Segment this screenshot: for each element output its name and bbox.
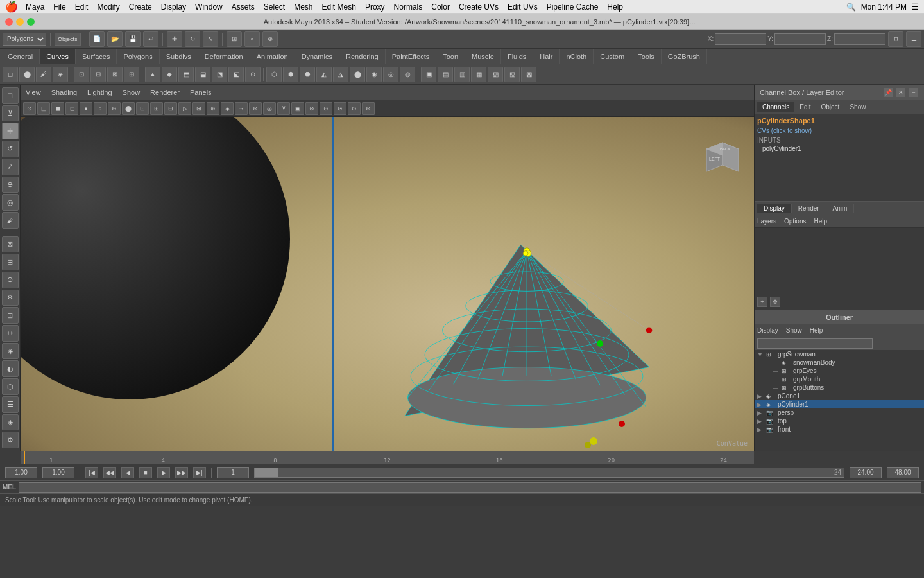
scale-tool-left-btn[interactable]: ⤢ <box>2 159 19 175</box>
menu-extra-icon[interactable]: ☰ <box>912 3 919 12</box>
outliner-btn[interactable]: ◈ <box>2 414 19 431</box>
go-start-btn[interactable]: |◀ <box>85 467 98 478</box>
mirror-btn[interactable]: ⇿ <box>2 325 19 342</box>
vp-icon-m[interactable]: ⊠ <box>193 102 205 115</box>
icon-u[interactable]: ▦ <box>471 67 486 82</box>
move-tool-left-btn[interactable]: ✛ <box>2 123 19 139</box>
snap-point-btn[interactable]: ⊕ <box>262 31 278 47</box>
cb-tab-channels[interactable]: Channels <box>757 102 794 112</box>
icon-a[interactable]: ⊡ <box>74 67 89 82</box>
cb-cvs-link[interactable]: CVs (click to show) <box>757 127 921 134</box>
tab-deformation[interactable]: Deformation <box>198 49 250 64</box>
cb-tab-edit[interactable]: Edit <box>794 102 816 112</box>
tab-painteffects[interactable]: PaintEffects <box>386 49 437 64</box>
translate-y-field[interactable] <box>774 33 826 45</box>
tab-general[interactable]: General <box>1 49 40 64</box>
layers-tab[interactable]: Layers <box>757 218 776 225</box>
icon-g[interactable]: ⬕ <box>228 67 244 82</box>
icon-e[interactable]: ⬓ <box>195 67 210 82</box>
vp-icon-c[interactable]: ◼ <box>51 102 64 115</box>
tree-item-top[interactable]: ▶ 📷 top <box>755 417 924 425</box>
tab-hair[interactable]: Hair <box>533 49 560 64</box>
normals-menu[interactable]: Normals <box>394 3 423 12</box>
vp-icon-w[interactable]: ⊘ <box>334 102 346 115</box>
tab-fluids[interactable]: Fluids <box>501 49 533 64</box>
play-fwd-btn[interactable]: ▶ <box>157 467 170 478</box>
snap-grid-btn[interactable]: ⊞ <box>227 31 242 47</box>
cb-minimize-btn[interactable]: − <box>909 87 919 98</box>
translate-z-field[interactable] <box>834 33 886 45</box>
vp-icon-j[interactable]: ⊞ <box>150 102 163 115</box>
value2-field[interactable]: 1.00 <box>42 467 74 478</box>
soft-select-btn[interactable]: ◎ <box>2 194 19 211</box>
center-btn[interactable]: ⊡ <box>2 307 19 324</box>
vp-icon-y[interactable]: ⊜ <box>362 102 375 115</box>
outliner-search-input[interactable] <box>757 338 873 349</box>
timeline-slider[interactable]: 24 <box>254 468 844 478</box>
extras-btn[interactable]: ⚙ <box>2 432 19 448</box>
cage-btn[interactable]: ⬡ <box>2 378 19 395</box>
play-back-btn[interactable]: ◀ <box>121 467 134 478</box>
minimize-button[interactable] <box>16 18 24 26</box>
icon-r[interactable]: ▣ <box>421 67 436 82</box>
objects-btn[interactable]: Objects <box>55 33 81 46</box>
tab-gozbrush[interactable]: GoZBrush <box>662 49 707 64</box>
new-scene-btn[interactable]: 📄 <box>89 31 105 47</box>
icon-v[interactable]: ▧ <box>488 67 503 82</box>
lasso-select-btn[interactable]: ⊻ <box>2 105 19 122</box>
icon-l[interactable]: ◭ <box>316 67 332 82</box>
end-frame-field[interactable]: 24.00 <box>850 467 882 478</box>
expand-grpSnowman-icon[interactable]: ▼ <box>757 351 764 358</box>
mesh-menu[interactable]: Mesh <box>294 3 312 12</box>
cb-pin-btn[interactable]: 📌 <box>883 87 893 98</box>
save-btn[interactable]: 💾 <box>125 31 141 47</box>
tab-animation[interactable]: Animation <box>250 49 295 64</box>
vp-icon-h[interactable]: ⬤ <box>122 102 135 115</box>
color-menu[interactable]: Color <box>431 3 450 12</box>
tree-item-grpEyes[interactable]: — ⊞ grpEyes <box>755 367 924 375</box>
search-icon[interactable]: 🔍 <box>846 3 856 12</box>
universal-tool-btn[interactable]: ⊕ <box>2 177 19 193</box>
cb-close-btn[interactable]: ✕ <box>896 87 906 98</box>
proxy-menu[interactable]: Proxy <box>365 3 385 12</box>
pivot-btn[interactable]: ⊙ <box>2 272 19 288</box>
icon-k[interactable]: ⬣ <box>300 67 315 82</box>
tab-custom[interactable]: Custom <box>594 49 631 64</box>
tree-item-grpSnowman[interactable]: ▼ ⊞ grpSnowman <box>755 350 924 358</box>
current-frame-field[interactable]: 1 <box>217 467 249 478</box>
cb-tab-show[interactable]: Show <box>844 102 871 112</box>
icon-m[interactable]: ◮ <box>333 67 348 82</box>
close-button[interactable] <box>5 18 13 26</box>
assets-menu[interactable]: Assets <box>232 3 255 12</box>
open-btn[interactable]: 📂 <box>107 31 123 47</box>
vp-icon-x[interactable]: ⊙ <box>348 102 361 115</box>
vp-icon-i[interactable]: ⊡ <box>136 102 149 115</box>
vp-panels-menu[interactable]: Panels <box>190 89 212 96</box>
tree-item-grpButtons[interactable]: — ⊞ grpButtons <box>755 383 924 392</box>
vp-icon-b[interactable]: ◫ <box>37 102 50 115</box>
vp-icon-p[interactable]: ⊸ <box>235 102 248 115</box>
edit-uvs-menu[interactable]: Edit UVs <box>508 3 538 12</box>
outliner-help-menu[interactable]: Help <box>810 327 823 334</box>
tree-item-front[interactable]: ▶ 📷 front <box>755 425 924 434</box>
tab-toon[interactable]: Toon <box>436 49 465 64</box>
icon-o[interactable]: ◉ <box>366 67 382 82</box>
vp-icon-o[interactable]: ◈ <box>221 102 234 115</box>
help-menu[interactable]: Help <box>607 3 623 12</box>
additional-options-btn[interactable]: ⚙ <box>888 31 903 47</box>
icon-f[interactable]: ⬔ <box>212 67 227 82</box>
file-menu[interactable]: File <box>53 3 65 12</box>
tab-dynamics[interactable]: Dynamics <box>295 49 339 64</box>
icon-n[interactable]: ⬤ <box>350 67 365 82</box>
timeline-ruler[interactable]: 1 4 8 12 16 20 24 <box>21 451 754 464</box>
select-obj-btn[interactable]: ◻ <box>3 67 18 82</box>
outliner-display-menu[interactable]: Display <box>757 327 778 334</box>
select-tool-btn[interactable]: ◻ <box>2 87 19 104</box>
silhouette-btn[interactable]: ◐ <box>2 360 19 377</box>
lasso-btn[interactable]: ⬤ <box>19 67 35 82</box>
tree-item-pCone1[interactable]: ▶ ◈ pCone1 <box>755 392 924 400</box>
tab-subdivs[interactable]: Subdivs <box>160 49 198 64</box>
render-tab-display[interactable]: Display <box>757 204 792 213</box>
move-tool-btn[interactable]: ✚ <box>167 31 182 47</box>
vp-view-menu[interactable]: View <box>26 89 41 96</box>
